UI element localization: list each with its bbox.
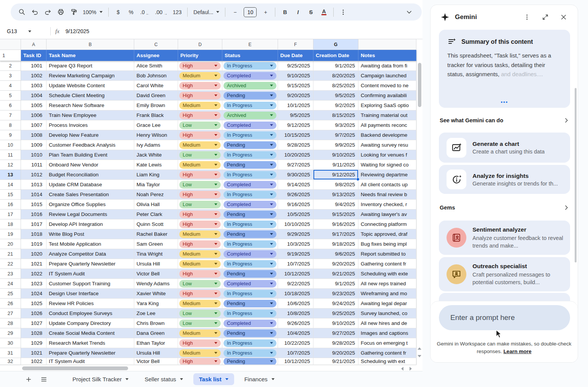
priority-pill[interactable]: Medium [179, 161, 221, 169]
cell-task-name[interactable]: Write Blog Post [47, 229, 134, 239]
row-number-31[interactable]: 31 [0, 348, 21, 358]
priority-pill[interactable]: High [179, 211, 221, 218]
header-cell-task-name[interactable]: Task Name [47, 50, 134, 61]
cell-assignee[interactable]: Ursula Hill [134, 259, 178, 269]
cell-due-date[interactable]: 10/10/2025 [278, 219, 313, 229]
cell-task-name[interactable]: IT System Audit [47, 358, 134, 365]
priority-pill[interactable]: Low [179, 310, 221, 317]
all-sheets-button[interactable] [36, 372, 51, 387]
learn-more-link[interactable]: Learn more [503, 349, 532, 354]
priority-pill[interactable]: Low [179, 280, 221, 288]
cell-priority[interactable]: Low [178, 279, 222, 289]
cell-task-id[interactable]: 1003 [21, 81, 47, 91]
column-header-D[interactable]: D [178, 39, 222, 50]
cell-task-name[interactable]: Create Social Media Content [47, 328, 134, 338]
cell-due-date[interactable]: 9/26/2025 [278, 190, 313, 200]
cell-due-date[interactable]: 9/29/2025 [278, 229, 313, 239]
cell-task-name[interactable]: Prepare Q3 Report [47, 61, 134, 71]
row-number-9[interactable]: 9 [0, 130, 21, 140]
status-pill[interactable]: Completed [223, 181, 276, 189]
cell-creation-date[interactable]: 9/9/2025 [313, 140, 358, 150]
cell-notes[interactable]: Topic approved, draf [358, 229, 416, 239]
cell-task-id[interactable]: 1001 [21, 61, 47, 71]
cell-assignee[interactable]: Xavier White [134, 289, 178, 299]
cell-status[interactable]: Completed [222, 318, 278, 328]
header-cell-priority[interactable]: Priority [178, 50, 222, 61]
cell-task-id[interactable]: 1019 [21, 239, 47, 249]
status-pill[interactable]: In Progress [223, 290, 276, 297]
priority-pill[interactable]: Low [179, 122, 221, 129]
cell-task-id[interactable]: 1005 [21, 101, 47, 110]
decrease-decimal-button[interactable]: .0← [138, 6, 152, 18]
cell-task-id[interactable]: 1020 [21, 249, 47, 259]
status-pill[interactable]: In Progress [223, 310, 276, 317]
cell-assignee[interactable]: Grace Lee [134, 120, 178, 130]
cell-priority[interactable]: Low [178, 200, 222, 209]
sheet-tab-project-silk-tracker[interactable]: Project Silk Tracker [67, 373, 134, 385]
status-pill[interactable]: Completed [223, 320, 276, 327]
row-number-7[interactable]: 7 [0, 110, 21, 120]
cell-due-date[interactable]: 9/22/2025 [278, 279, 313, 289]
status-pill[interactable]: In Progress [223, 131, 276, 139]
cell-task-id[interactable]: 1029 [21, 338, 47, 348]
header-cell-notes[interactable]: Notes [358, 50, 416, 61]
cell-task-name[interactable]: Prepare Quarterly Newsletter [47, 348, 134, 358]
cell-priority[interactable]: Medium [178, 328, 222, 338]
column-header-A[interactable]: A [21, 39, 47, 50]
status-pill[interactable]: Archived [223, 112, 276, 119]
cell-due-date[interactable]: 9/20/2025 [278, 91, 313, 101]
priority-pill[interactable]: Medium [179, 300, 221, 307]
cell-task-name[interactable]: Organize Office Supplies [47, 200, 134, 209]
priority-pill[interactable]: High [179, 131, 221, 139]
add-sheet-button[interactable] [21, 372, 36, 387]
cell-creation-date[interactable]: 9/7/2025 [313, 130, 358, 140]
cell-status[interactable]: Completed [222, 249, 278, 259]
row-number-26[interactable]: 26 [0, 299, 21, 309]
priority-pill[interactable]: High [179, 358, 221, 365]
zoom-select[interactable]: 100% [81, 6, 104, 18]
row-number-24[interactable]: 24 [0, 279, 21, 289]
status-pill[interactable]: In Progress [223, 151, 276, 159]
row-number-15[interactable]: 15 [0, 190, 21, 200]
cell-assignee[interactable]: Victor Bell [134, 269, 178, 279]
row-number-4[interactable]: 4 [0, 81, 21, 91]
cell-priority[interactable]: High [178, 170, 222, 180]
cell-task-name[interactable]: Plan Team Building Event [47, 150, 134, 160]
column-header-F[interactable]: F [278, 39, 313, 50]
cell-priority[interactable]: Medium [178, 259, 222, 269]
cell-assignee[interactable]: Zoe Lee [134, 309, 178, 318]
cell-status[interactable]: In Progress [222, 338, 278, 348]
generate-chart-card[interactable]: Generate a chart Create a chart using th… [439, 133, 570, 163]
cell-assignee[interactable]: Emily Brown [134, 101, 178, 110]
cell-due-date[interactable]: 10/18/2025 [278, 289, 313, 299]
cell-task-id[interactable]: 1002 [21, 71, 47, 81]
header-cell-task-id[interactable]: Task ID [21, 50, 47, 61]
cell-task-name[interactable]: Test Mobile Application [47, 239, 134, 249]
cell-status[interactable]: In Progress [222, 239, 278, 249]
cell-task-name[interactable]: IT System Audit [47, 269, 134, 279]
cell-task-name[interactable]: Process Invoices [47, 120, 134, 130]
cell-priority[interactable]: Medium [178, 229, 222, 239]
cell-due-date[interactable]: 10/3/2025 [278, 239, 313, 249]
cell-creation-date[interactable]: 9/24/2025 [313, 299, 358, 309]
cell-task-name[interactable]: Develop New Feature [47, 130, 134, 140]
cell-due-date[interactable]: 9/30/2025 [278, 170, 313, 180]
status-pill[interactable]: In Progress [223, 349, 276, 357]
scroll-right-icon[interactable] [410, 367, 412, 371]
cell-status[interactable]: Pending [222, 269, 278, 279]
priority-pill[interactable]: Low [179, 181, 221, 189]
gemini-expand-button[interactable] [539, 11, 552, 24]
row-number-18[interactable]: 18 [0, 219, 21, 229]
cell-creation-date[interactable]: 9/11/2025 [313, 160, 358, 170]
priority-pill[interactable]: High [179, 82, 221, 90]
cell-task-id[interactable]: 1027 [21, 318, 47, 328]
cell-notes[interactable]: Bug fixes being impl [358, 239, 416, 249]
row-number-12[interactable]: 12 [0, 160, 21, 170]
cell-task-name[interactable]: Design User Interface [47, 289, 134, 299]
cell-task-name[interactable]: Onboard New Vendor [47, 160, 134, 170]
priority-pill[interactable]: Medium [179, 141, 221, 149]
sentiment-analyzer-card[interactable]: Sentiment analyzer Analyze customer feed… [439, 221, 570, 255]
row-number-28[interactable]: 28 [0, 318, 21, 328]
cell-task-name[interactable]: Customer Feedback Analysis [47, 140, 134, 150]
priority-pill[interactable]: Medium [179, 260, 221, 268]
